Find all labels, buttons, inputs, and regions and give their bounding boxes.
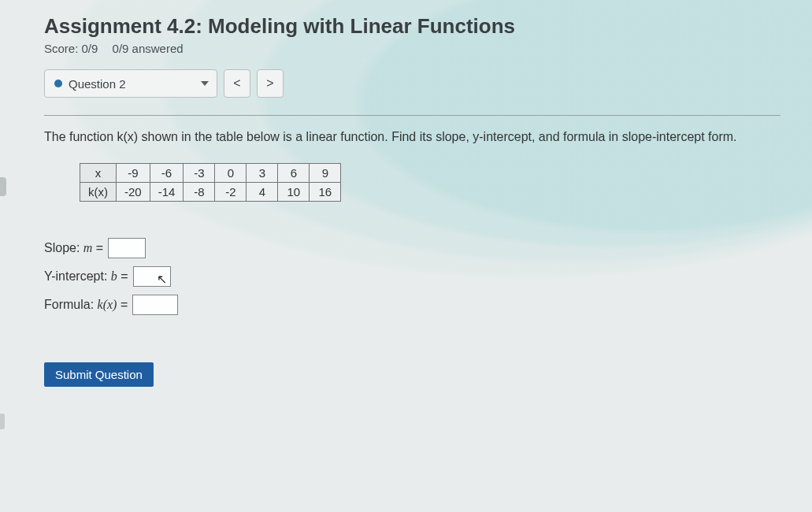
divider (44, 115, 780, 116)
left-edge-fragment (0, 177, 6, 196)
table-row: k(x) -20 -14 -8 -2 4 10 16 (80, 183, 341, 202)
cell: -3 (184, 164, 215, 183)
status-dot-icon (54, 80, 62, 87)
submit-question-button[interactable]: Submit Question (44, 362, 154, 387)
cell: -20 (117, 183, 150, 202)
assignment-title: Assignment 4.2: Modeling with Linear Fun… (44, 14, 780, 39)
assignment-page: Assignment 4.2: Modeling with Linear Fun… (0, 0, 812, 403)
cell: -14 (150, 183, 184, 202)
row-label-kx: k(x) (80, 183, 117, 202)
formula-label: Formula: k(x) = (44, 298, 128, 312)
cell: 4 (247, 183, 278, 202)
y-intercept-row: Y-intercept: b = (44, 266, 780, 287)
answered-count: 0/9 answered (113, 42, 184, 55)
table-row: x -9 -6 -3 0 3 6 9 (80, 164, 341, 183)
function-table: x -9 -6 -3 0 3 6 9 k(x) -20 -14 -8 -2 4 … (80, 163, 341, 202)
cell: 9 (310, 164, 341, 183)
question-select[interactable]: Question 2 (44, 69, 217, 98)
score-line: Score: 0/9 0/9 answered (44, 42, 780, 55)
prev-question-button[interactable]: < (224, 69, 250, 98)
cell: 16 (310, 183, 341, 202)
chevron-right-icon: > (266, 76, 273, 91)
formula-row: Formula: k(x) = (44, 295, 780, 315)
slope-row: Slope: m = (44, 238, 780, 258)
chevron-down-icon (201, 81, 209, 86)
y-intercept-input[interactable] (133, 266, 171, 287)
row-label-x: x (80, 164, 117, 183)
question-label: Question 2 (69, 77, 126, 91)
formula-input[interactable] (132, 295, 178, 315)
cell: -6 (150, 164, 184, 183)
left-edge-fragment-2 (0, 414, 5, 429)
question-nav: Question 2 < > (44, 69, 780, 98)
slope-input[interactable] (108, 238, 146, 258)
cell: -9 (117, 164, 150, 183)
answer-block: Slope: m = Y-intercept: b = Formula: k(x… (44, 238, 780, 315)
cell: -8 (184, 183, 215, 202)
cell: 10 (278, 183, 310, 202)
y-intercept-label: Y-intercept: b = (44, 269, 128, 284)
question-prompt: The function k(x) shown in the table bel… (44, 128, 780, 146)
cell: 0 (215, 164, 247, 183)
score-value: Score: 0/9 (44, 42, 98, 55)
cell: 3 (247, 164, 278, 183)
cell: -2 (215, 183, 247, 202)
cell: 6 (278, 164, 310, 183)
next-question-button[interactable]: > (257, 69, 284, 98)
chevron-left-icon: < (233, 76, 240, 91)
slope-label: Slope: m = (44, 241, 103, 255)
